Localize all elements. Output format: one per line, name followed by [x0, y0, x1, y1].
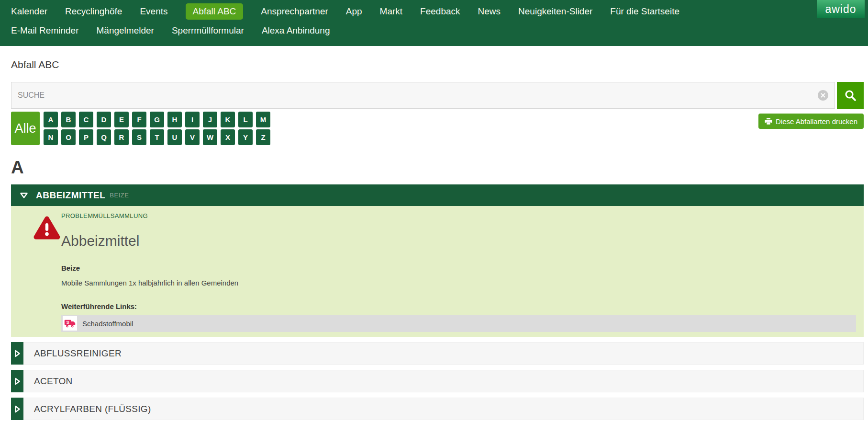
top-navigation: Kalender Recyclinghöfe Events Abfall ABC…: [0, 0, 868, 46]
page: Kalender Recyclinghöfe Events Abfall ABC…: [0, 0, 868, 423]
section-letter-heading: A: [11, 159, 864, 176]
letter-button[interactable]: O: [61, 129, 76, 145]
entry-detail-subheading: Beize: [61, 264, 856, 272]
nav-item-recyclinghoefe[interactable]: Recyclinghöfe: [65, 6, 122, 17]
nav-row-2: E-Mail Reminder Mängelmelder Sperrmüllfo…: [0, 21, 868, 40]
nav-item-alexa-anbindung[interactable]: Alexa Anbindung: [262, 25, 330, 36]
letter-button[interactable]: A: [44, 112, 58, 127]
link-label: Schadstoffmobil: [82, 320, 133, 328]
letter-button[interactable]: P: [79, 129, 93, 145]
entry-name: ABBEIZMITTEL: [36, 190, 105, 201]
letter-row-1: A B C D E F G H I J K L M: [44, 112, 270, 127]
letter-button[interactable]: M: [256, 112, 270, 127]
accordion-header-abbeizmittel[interactable]: ABBEIZMITTEL BEIZE: [11, 184, 864, 206]
letter-button[interactable]: J: [203, 112, 217, 127]
search-box: [11, 82, 835, 109]
entry-name: ABFLUSSREINIGER: [34, 348, 122, 359]
letter-button[interactable]: K: [221, 112, 235, 127]
printer-icon: [765, 117, 772, 125]
letter-buttons: A B C D E F G H I J K L M N O P: [44, 112, 270, 145]
nav-item-ansprechpartner[interactable]: Ansprechpartner: [261, 6, 328, 17]
chevron-right-icon: [11, 398, 23, 420]
letter-button[interactable]: B: [61, 112, 76, 127]
letter-row-2: N O P Q R S T U V W X Y Z: [44, 129, 270, 145]
nav-item-fuer-die-startseite[interactable]: Für die Startseite: [610, 6, 679, 17]
nav-item-news[interactable]: News: [478, 6, 501, 17]
chevron-down-icon: [20, 192, 28, 199]
nav-item-app[interactable]: App: [346, 6, 362, 17]
entry-name: ACRYLFARBEN (FLÜSSIG): [34, 404, 151, 414]
close-icon: [820, 92, 826, 98]
letter-button[interactable]: D: [97, 112, 111, 127]
entry-detail-description: Mobile Sammlungen 1x halbjährlich in all…: [61, 279, 856, 287]
nav-item-events[interactable]: Events: [140, 6, 167, 17]
accordion-header-abflussreiniger[interactable]: ABFLUSSREINIGER: [11, 342, 864, 365]
letter-button[interactable]: S: [132, 129, 146, 145]
entry-subtitle: BEIZE: [110, 192, 129, 199]
entry-detail-content: PROBLEMMÜLLSAMMLUNG Abbeizmittel Beize M…: [61, 212, 856, 332]
collection-category-label: PROBLEMMÜLLSAMMLUNG: [61, 212, 856, 223]
awido-logo: awido: [817, 0, 865, 18]
nav-item-neuigkeiten-slider[interactable]: Neuigkeiten-Slider: [518, 6, 592, 17]
letter-button[interactable]: I: [185, 112, 200, 127]
letter-button[interactable]: Q: [97, 129, 111, 145]
svg-text:S: S: [67, 320, 69, 325]
clear-search-button[interactable]: [818, 90, 828, 101]
letter-button[interactable]: F: [132, 112, 146, 127]
entry-detail-title: Abbeizmittel: [61, 233, 856, 249]
hazardous-truck-icon: S: [63, 316, 77, 331]
letter-button[interactable]: U: [167, 129, 182, 145]
nav-item-kalender[interactable]: Kalender: [11, 6, 47, 17]
main-content: Abfall ABC Alle: [11, 46, 864, 420]
page-title: Abfall ABC: [11, 46, 864, 71]
nav-item-markt[interactable]: Markt: [380, 6, 403, 17]
accordion-header-acrylfarben[interactable]: ACRYLFARBEN (FLÜSSIG): [11, 398, 864, 420]
letter-button[interactable]: Y: [238, 129, 253, 145]
letter-button[interactable]: X: [221, 129, 235, 145]
letter-button[interactable]: V: [185, 129, 200, 145]
warning-icon: [33, 216, 60, 242]
letter-button[interactable]: R: [114, 129, 129, 145]
letter-button[interactable]: Z: [256, 129, 270, 145]
letter-button[interactable]: G: [150, 112, 164, 127]
entry-detail-panel: PROBLEMMÜLLSAMMLUNG Abbeizmittel Beize M…: [11, 206, 864, 337]
letter-button[interactable]: N: [44, 129, 58, 145]
alphabet-filter: Alle A B C D E F G H I J K L M: [11, 112, 864, 145]
nav-item-sperrmuellformular[interactable]: Sperrmüllformular: [172, 25, 244, 36]
further-links-label: Weiterführende Links:: [61, 302, 856, 310]
chevron-right-icon: [11, 370, 23, 392]
nav-item-maengelmelder[interactable]: Mängelmelder: [96, 25, 154, 36]
chevron-right-icon: [11, 342, 23, 365]
print-waste-types-button[interactable]: Diese Abfallarten drucken: [758, 114, 864, 129]
letter-button[interactable]: E: [114, 112, 129, 127]
entry-name: ACETON: [34, 376, 73, 387]
letter-button[interactable]: W: [203, 129, 217, 145]
search-icon: [844, 89, 857, 102]
filter-all-button[interactable]: Alle: [11, 112, 40, 145]
nav-item-email-reminder[interactable]: E-Mail Reminder: [11, 25, 78, 36]
search-input[interactable]: [11, 82, 835, 109]
nav-row-1: Kalender Recyclinghöfe Events Abfall ABC…: [0, 2, 868, 21]
print-button-label: Diese Abfallarten drucken: [776, 117, 857, 126]
letter-button[interactable]: L: [238, 112, 253, 127]
nav-item-abfall-abc[interactable]: Abfall ABC: [186, 3, 244, 20]
search-bar: [11, 82, 864, 109]
link-item-schadstoffmobil[interactable]: S Schadstoffmobil: [61, 315, 856, 332]
letter-button[interactable]: T: [150, 129, 164, 145]
letter-button[interactable]: C: [79, 112, 93, 127]
accordion-header-aceton[interactable]: ACETON: [11, 370, 864, 392]
nav-item-feedback[interactable]: Feedback: [420, 6, 460, 17]
letter-button[interactable]: H: [167, 112, 182, 127]
search-button[interactable]: [837, 82, 864, 109]
